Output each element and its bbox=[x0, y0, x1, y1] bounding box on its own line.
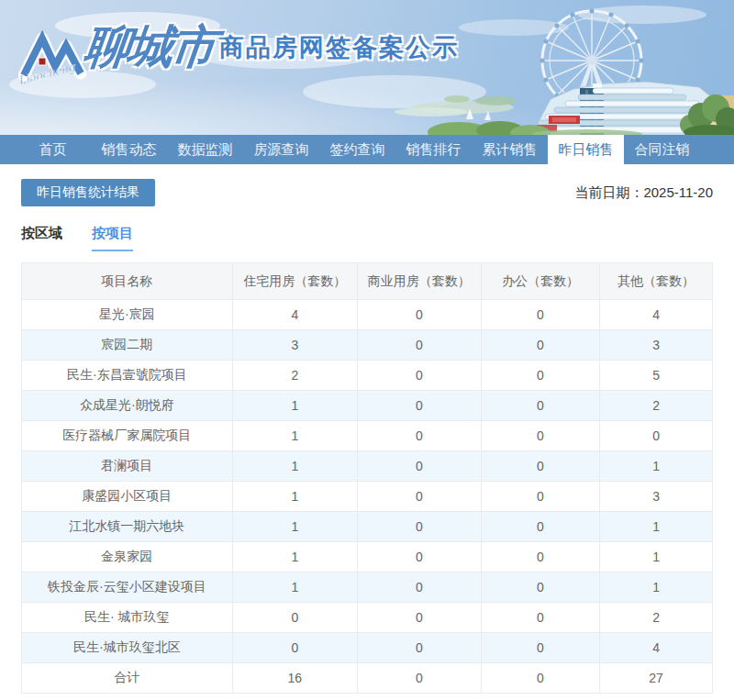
count-cell: 1 bbox=[232, 482, 357, 512]
count-cell: 1 bbox=[232, 542, 357, 572]
city-name-calligraphy: 聊城市 bbox=[82, 24, 216, 70]
count-cell: 0 bbox=[481, 391, 600, 421]
nav-item-6[interactable]: 累计销售 bbox=[472, 135, 548, 164]
project-name-cell: 金泉家园 bbox=[22, 542, 233, 572]
count-cell: 0 bbox=[232, 603, 357, 633]
count-cell: 0 bbox=[357, 542, 481, 572]
mountain-m-logo-icon: Liaocheng bbox=[18, 28, 86, 92]
count-cell: 0 bbox=[481, 542, 600, 572]
current-date-value: 2025-11-20 bbox=[643, 184, 713, 200]
nav-item-3[interactable]: 房源查询 bbox=[243, 135, 319, 164]
count-cell: 16 bbox=[232, 663, 357, 694]
count-cell: 1 bbox=[600, 542, 713, 572]
count-cell: 0 bbox=[481, 663, 600, 694]
table-row: 江北水镇一期六地块1001 bbox=[22, 512, 713, 542]
current-date: 当前日期：2025-11-20 bbox=[574, 184, 713, 202]
tab-1[interactable]: 按项目 bbox=[92, 225, 133, 251]
table-row: 民生·城市玖玺北区0004 bbox=[22, 633, 713, 663]
table-row: 金泉家园1001 bbox=[22, 542, 713, 572]
toolbar: 昨日销售统计结果 当前日期：2025-11-20 bbox=[0, 164, 734, 206]
header-banner: Liaocheng 聊城市 商品房网签备案公示 bbox=[0, 0, 734, 135]
project-name-cell: 宸园二期 bbox=[22, 330, 233, 361]
count-cell: 0 bbox=[357, 361, 481, 391]
sales-table-wrap: 项目名称住宅用房（套数）商业用房（套数）办公（套数）其他（套数） 星光·宸园40… bbox=[21, 262, 713, 694]
count-cell: 1 bbox=[600, 512, 713, 542]
count-cell: 0 bbox=[481, 421, 600, 451]
site-brand: 聊城市 商品房网签备案公示 bbox=[84, 24, 459, 70]
nav-item-0[interactable]: 首页 bbox=[15, 135, 91, 164]
count-cell: 4 bbox=[232, 300, 357, 330]
nav-item-5[interactable]: 销售排行 bbox=[395, 135, 472, 164]
count-cell: 0 bbox=[357, 633, 481, 663]
count-cell: 1 bbox=[232, 512, 357, 542]
table-row: 宸园二期3003 bbox=[22, 330, 713, 361]
count-cell: 0 bbox=[357, 663, 481, 694]
count-cell: 3 bbox=[600, 482, 713, 512]
nav-item-8[interactable]: 合同注销 bbox=[624, 135, 700, 164]
count-cell: 0 bbox=[232, 633, 357, 663]
count-cell: 1 bbox=[600, 451, 713, 482]
count-cell: 0 bbox=[481, 633, 600, 663]
count-cell: 0 bbox=[357, 391, 481, 421]
project-name-cell: 医疗器械厂家属院项目 bbox=[22, 421, 233, 451]
count-cell: 4 bbox=[600, 300, 713, 330]
count-cell: 0 bbox=[357, 451, 481, 482]
column-header: 商业用房（套数） bbox=[357, 263, 481, 300]
column-header: 其他（套数） bbox=[600, 263, 713, 300]
count-cell: 0 bbox=[357, 482, 481, 512]
count-cell: 0 bbox=[357, 300, 481, 330]
table-body: 星光·宸园4004宸园二期3003民生·东昌壹號院项目2005众成星光·朗悦府1… bbox=[22, 300, 713, 694]
project-name-cell: 星光·宸园 bbox=[22, 300, 233, 330]
count-cell: 1 bbox=[232, 421, 357, 451]
main-nav: 首页销售动态数据监测房源查询签约查询销售排行累计销售昨日销售合同注销 bbox=[0, 135, 734, 164]
count-cell: 27 bbox=[600, 663, 713, 694]
column-header: 住宅用房（套数） bbox=[232, 263, 357, 300]
count-cell: 0 bbox=[357, 572, 481, 603]
count-cell: 3 bbox=[232, 330, 357, 361]
count-cell: 1 bbox=[232, 451, 357, 482]
table-row: 康盛园小区项目1003 bbox=[22, 482, 713, 512]
count-cell: 0 bbox=[357, 421, 481, 451]
project-name-cell: 民生·城市玖玺北区 bbox=[22, 633, 233, 663]
nav-item-1[interactable]: 销售动态 bbox=[91, 135, 167, 164]
tab-0[interactable]: 按区域 bbox=[21, 225, 62, 251]
nav-item-4[interactable]: 签约查询 bbox=[319, 135, 395, 164]
count-cell: 1 bbox=[600, 572, 713, 603]
yesterday-sales-result-button[interactable]: 昨日销售统计结果 bbox=[21, 179, 155, 206]
project-name-cell: 康盛园小区项目 bbox=[22, 482, 233, 512]
table-row: 医疗器械厂家属院项目1000 bbox=[22, 421, 713, 451]
nav-item-7[interactable]: 昨日销售 bbox=[548, 135, 624, 164]
count-cell: 0 bbox=[481, 572, 600, 603]
table-row: 君澜项目1001 bbox=[22, 451, 713, 482]
column-header: 办公（套数） bbox=[481, 263, 600, 300]
current-date-label: 当前日期： bbox=[574, 184, 643, 200]
count-cell: 0 bbox=[481, 451, 600, 482]
count-cell: 0 bbox=[481, 361, 600, 391]
project-name-cell: 江北水镇一期六地块 bbox=[22, 512, 233, 542]
count-cell: 0 bbox=[481, 300, 600, 330]
count-cell: 1 bbox=[232, 391, 357, 421]
count-cell: 0 bbox=[481, 330, 600, 361]
count-cell: 4 bbox=[600, 633, 713, 663]
count-cell: 0 bbox=[357, 512, 481, 542]
table-row: 众成星光·朗悦府1002 bbox=[22, 391, 713, 421]
column-header: 项目名称 bbox=[22, 263, 233, 300]
count-cell: 2 bbox=[600, 391, 713, 421]
table-row: 铁投金辰·云玺小区建设项目1001 bbox=[22, 572, 713, 603]
count-cell: 0 bbox=[481, 512, 600, 542]
count-cell: 0 bbox=[600, 421, 713, 451]
table-row: 民生· 城市玖玺0002 bbox=[22, 603, 713, 633]
count-cell: 0 bbox=[481, 482, 600, 512]
sales-table: 项目名称住宅用房（套数）商业用房（套数）办公（套数）其他（套数） 星光·宸园40… bbox=[21, 262, 713, 694]
project-name-cell: 铁投金辰·云玺小区建设项目 bbox=[22, 572, 233, 603]
count-cell: 3 bbox=[600, 330, 713, 361]
table-row: 星光·宸园4004 bbox=[22, 300, 713, 330]
count-cell: 1 bbox=[232, 572, 357, 603]
project-name-cell: 民生·东昌壹號院项目 bbox=[22, 361, 233, 391]
nav-item-2[interactable]: 数据监测 bbox=[167, 135, 243, 164]
page-title: 商品房网签备案公示 bbox=[219, 31, 459, 64]
count-cell: 0 bbox=[481, 603, 600, 633]
count-cell: 5 bbox=[600, 361, 713, 391]
liaocheng-logo: Liaocheng bbox=[18, 28, 86, 92]
view-tabs: 按区域按项目 bbox=[0, 206, 734, 251]
